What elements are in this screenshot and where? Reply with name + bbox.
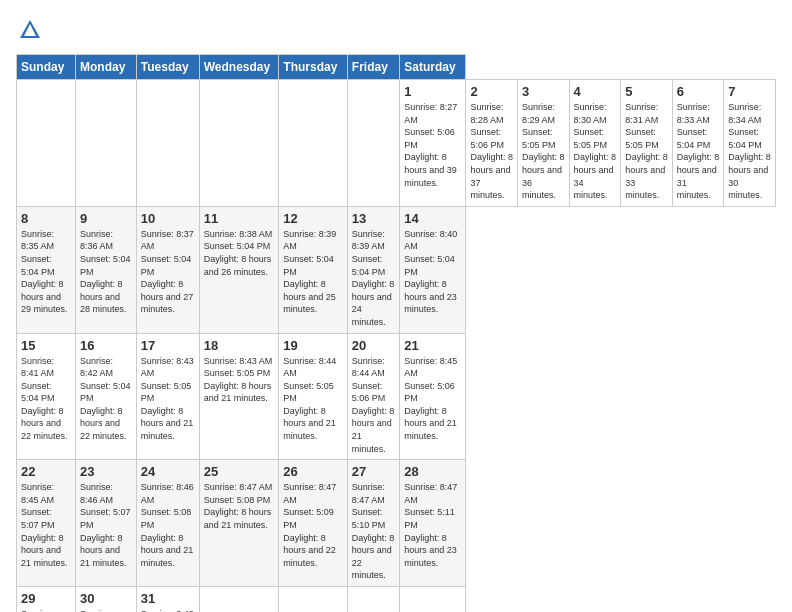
day-number: 15 bbox=[21, 338, 71, 353]
day-info: Sunrise: 8:36 AMSunset: 5:04 PMDaylight:… bbox=[80, 228, 132, 316]
calendar-cell: 30Sunrise: 8:48 AMSunset: 5:12 PMDayligh… bbox=[76, 587, 137, 613]
sunset-text: Sunset: 5:06 PM bbox=[404, 127, 455, 150]
sunset-text: Sunset: 5:07 PM bbox=[80, 507, 131, 530]
column-header-saturday: Saturday bbox=[400, 55, 466, 80]
sunset-text: Sunset: 5:11 PM bbox=[404, 507, 455, 530]
calendar-cell bbox=[136, 80, 199, 207]
sunset-text: Sunset: 5:04 PM bbox=[677, 127, 711, 150]
day-info: Sunrise: 8:47 AMSunset: 5:09 PMDaylight:… bbox=[283, 481, 343, 569]
calendar-cell: 19Sunrise: 8:44 AMSunset: 5:05 PMDayligh… bbox=[279, 333, 348, 460]
sunrise-text: Sunrise: 8:37 AM bbox=[141, 229, 194, 252]
day-info: Sunrise: 8:46 AMSunset: 5:08 PMDaylight:… bbox=[141, 481, 195, 569]
calendar-cell: 3Sunrise: 8:29 AMSunset: 5:05 PMDaylight… bbox=[517, 80, 569, 207]
day-number: 13 bbox=[352, 211, 395, 226]
sunrise-text: Sunrise: 8:27 AM bbox=[404, 102, 457, 125]
sunrise-text: Sunrise: 8:44 AM bbox=[352, 356, 385, 379]
day-number: 24 bbox=[141, 464, 195, 479]
calendar-cell bbox=[199, 587, 279, 613]
calendar-cell: 12Sunrise: 8:39 AMSunset: 5:04 PMDayligh… bbox=[279, 206, 348, 333]
sunset-text: Sunset: 5:04 PM bbox=[404, 254, 455, 277]
sunset-text: Sunset: 5:04 PM bbox=[728, 127, 762, 150]
calendar-cell: 9Sunrise: 8:36 AMSunset: 5:04 PMDaylight… bbox=[76, 206, 137, 333]
day-number: 8 bbox=[21, 211, 71, 226]
calendar-cell: 1Sunrise: 8:27 AMSunset: 5:06 PMDaylight… bbox=[400, 80, 466, 207]
sunset-text: Sunset: 5:04 PM bbox=[204, 241, 271, 251]
sunset-text: Sunset: 5:04 PM bbox=[80, 381, 131, 404]
sunset-text: Sunset: 5:06 PM bbox=[470, 127, 504, 150]
sunset-text: Sunset: 5:06 PM bbox=[352, 381, 386, 404]
day-number: 5 bbox=[625, 84, 668, 99]
day-info: Sunrise: 8:41 AMSunset: 5:04 PMDaylight:… bbox=[21, 355, 71, 443]
calendar-cell: 29Sunrise: 8:48 AMSunset: 5:11 PMDayligh… bbox=[17, 587, 76, 613]
day-number: 2 bbox=[470, 84, 513, 99]
header-row: SundayMondayTuesdayWednesdayThursdayFrid… bbox=[17, 55, 776, 80]
day-info: Sunrise: 8:45 AMSunset: 5:07 PMDaylight:… bbox=[21, 481, 71, 569]
day-number: 7 bbox=[728, 84, 771, 99]
sunrise-text: Sunrise: 8:43 AM bbox=[141, 356, 194, 379]
calendar-cell: 23Sunrise: 8:46 AMSunset: 5:07 PMDayligh… bbox=[76, 460, 137, 587]
daylight-text: Daylight: 8 hours and 28 minutes. bbox=[80, 279, 127, 314]
daylight-text: Daylight: 8 hours and 21 minutes. bbox=[283, 406, 336, 441]
day-info: Sunrise: 8:28 AMSunset: 5:06 PMDaylight:… bbox=[470, 101, 513, 202]
calendar-cell: 17Sunrise: 8:43 AMSunset: 5:05 PMDayligh… bbox=[136, 333, 199, 460]
sunset-text: Sunset: 5:10 PM bbox=[352, 507, 386, 530]
daylight-text: Daylight: 8 hours and 22 minutes. bbox=[283, 533, 336, 568]
calendar-cell: 20Sunrise: 8:44 AMSunset: 5:06 PMDayligh… bbox=[347, 333, 399, 460]
calendar-week-2: 8Sunrise: 8:35 AMSunset: 5:04 PMDaylight… bbox=[17, 206, 776, 333]
calendar-cell: 22Sunrise: 8:45 AMSunset: 5:07 PMDayligh… bbox=[17, 460, 76, 587]
sunset-text: Sunset: 5:08 PM bbox=[141, 507, 192, 530]
day-number: 23 bbox=[80, 464, 132, 479]
day-number: 26 bbox=[283, 464, 343, 479]
day-number: 3 bbox=[522, 84, 565, 99]
sunrise-text: Sunrise: 8:46 AM bbox=[80, 482, 113, 505]
daylight-text: Daylight: 8 hours and 29 minutes. bbox=[21, 279, 68, 314]
day-number: 28 bbox=[404, 464, 461, 479]
day-number: 9 bbox=[80, 211, 132, 226]
sunset-text: Sunset: 5:04 PM bbox=[21, 381, 55, 404]
sunset-text: Sunset: 5:08 PM bbox=[204, 495, 271, 505]
sunrise-text: Sunrise: 8:36 AM bbox=[80, 229, 113, 252]
day-number: 16 bbox=[80, 338, 132, 353]
daylight-text: Daylight: 8 hours and 21 minutes. bbox=[21, 533, 68, 568]
calendar-cell: 4Sunrise: 8:30 AMSunset: 5:05 PMDaylight… bbox=[569, 80, 621, 207]
day-number: 17 bbox=[141, 338, 195, 353]
daylight-text: Daylight: 8 hours and 22 minutes. bbox=[80, 406, 127, 441]
page: SundayMondayTuesdayWednesdayThursdayFrid… bbox=[0, 0, 792, 612]
calendar-cell: 13Sunrise: 8:39 AMSunset: 5:04 PMDayligh… bbox=[347, 206, 399, 333]
calendar-cell bbox=[347, 587, 399, 613]
sunset-text: Sunset: 5:05 PM bbox=[625, 127, 659, 150]
logo-icon bbox=[16, 16, 44, 44]
daylight-text: Daylight: 8 hours and 30 minutes. bbox=[728, 152, 771, 200]
sunrise-text: Sunrise: 8:46 AM bbox=[141, 482, 194, 505]
sunset-text: Sunset: 5:05 PM bbox=[204, 368, 271, 378]
day-info: Sunrise: 8:37 AMSunset: 5:04 PMDaylight:… bbox=[141, 228, 195, 316]
calendar-cell: 27Sunrise: 8:47 AMSunset: 5:10 PMDayligh… bbox=[347, 460, 399, 587]
day-number: 4 bbox=[574, 84, 617, 99]
day-info: Sunrise: 8:46 AMSunset: 5:07 PMDaylight:… bbox=[80, 481, 132, 569]
sunrise-text: Sunrise: 8:44 AM bbox=[283, 356, 336, 379]
day-info: Sunrise: 8:30 AMSunset: 5:05 PMDaylight:… bbox=[574, 101, 617, 202]
column-header-friday: Friday bbox=[347, 55, 399, 80]
calendar-week-4: 22Sunrise: 8:45 AMSunset: 5:07 PMDayligh… bbox=[17, 460, 776, 587]
calendar-week-3: 15Sunrise: 8:41 AMSunset: 5:04 PMDayligh… bbox=[17, 333, 776, 460]
sunrise-text: Sunrise: 8:45 AM bbox=[404, 356, 457, 379]
day-number: 18 bbox=[204, 338, 275, 353]
daylight-text: Daylight: 8 hours and 21 minutes. bbox=[141, 406, 194, 441]
calendar-cell: 21Sunrise: 8:45 AMSunset: 5:06 PMDayligh… bbox=[400, 333, 466, 460]
sunset-text: Sunset: 5:04 PM bbox=[80, 254, 131, 277]
day-number: 29 bbox=[21, 591, 71, 606]
day-info: Sunrise: 8:34 AMSunset: 5:04 PMDaylight:… bbox=[728, 101, 771, 202]
daylight-text: Daylight: 8 hours and 31 minutes. bbox=[677, 152, 720, 200]
column-header-wednesday: Wednesday bbox=[199, 55, 279, 80]
daylight-text: Daylight: 8 hours and 21 minutes. bbox=[404, 406, 457, 441]
day-info: Sunrise: 8:39 AMSunset: 5:04 PMDaylight:… bbox=[283, 228, 343, 316]
day-number: 6 bbox=[677, 84, 720, 99]
calendar-week-5: 29Sunrise: 8:48 AMSunset: 5:11 PMDayligh… bbox=[17, 587, 776, 613]
day-info: Sunrise: 8:43 AMSunset: 5:05 PMDaylight:… bbox=[141, 355, 195, 443]
calendar-cell bbox=[400, 587, 466, 613]
day-info: Sunrise: 8:31 AMSunset: 5:05 PMDaylight:… bbox=[625, 101, 668, 202]
daylight-text: Daylight: 8 hours and 27 minutes. bbox=[141, 279, 194, 314]
daylight-text: Daylight: 8 hours and 23 minutes. bbox=[404, 279, 457, 314]
sunrise-text: Sunrise: 8:47 AM bbox=[352, 482, 385, 505]
calendar-cell bbox=[347, 80, 399, 207]
